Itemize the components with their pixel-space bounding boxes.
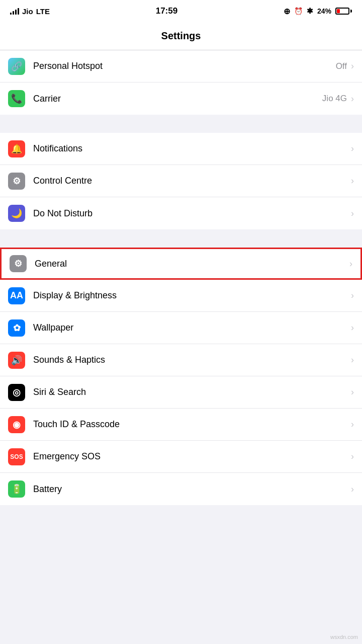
- personal-hotspot-label: Personal Hotspot: [33, 61, 336, 71]
- personal-hotspot-chevron: ›: [351, 61, 354, 71]
- settings-content: 🔗Personal HotspotOff›📞CarrierJio 4G›🔔Not…: [0, 50, 362, 505]
- notifications-chevron: ›: [351, 143, 354, 154]
- control-centre-chevron: ›: [351, 176, 354, 186]
- settings-cell-battery[interactable]: 🔋Battery›: [0, 473, 362, 505]
- sounds-haptics-icon: 🔊: [8, 352, 25, 369]
- wallpaper-chevron: ›: [351, 323, 354, 333]
- settings-cell-emergency-sos[interactable]: SOSEmergency SOS›: [0, 441, 362, 473]
- page-title: Settings: [161, 30, 201, 42]
- emergency-sos-label: Emergency SOS: [33, 451, 351, 462]
- status-bar: Jio LTE 17:59 ⊕ ⏰ ✱ 24%: [0, 0, 362, 22]
- sounds-haptics-chevron: ›: [351, 355, 354, 365]
- wallpaper-icon: ✿: [8, 319, 25, 337]
- wallpaper-label: Wallpaper: [33, 323, 351, 333]
- carrier-value: Jio 4G: [322, 94, 347, 104]
- settings-cell-display-brightness[interactable]: AADisplay & Brightness›: [0, 280, 362, 312]
- emergency-sos-icon: SOS: [8, 448, 25, 465]
- settings-cell-siri-search[interactable]: ◎Siri & Search›: [0, 376, 362, 409]
- touch-id-label: Touch ID & Passcode: [33, 419, 351, 430]
- time-label: 17:59: [156, 6, 177, 16]
- display-brightness-chevron: ›: [351, 290, 354, 301]
- carrier-label: Carrier: [33, 94, 322, 104]
- settings-cell-carrier[interactable]: 📞CarrierJio 4G›: [0, 83, 362, 115]
- settings-group: 🔔Notifications›⚙Control Centre›🌙Do Not D…: [0, 133, 362, 229]
- battery-label: Battery: [33, 484, 351, 495]
- settings-cell-wallpaper[interactable]: ✿Wallpaper›: [0, 312, 362, 344]
- settings-cell-general[interactable]: ⚙General›: [0, 248, 362, 280]
- battery-icon: [335, 8, 352, 15]
- notifications-icon: 🔔: [8, 140, 25, 157]
- alarm-icon: ⏰: [294, 7, 303, 15]
- battery-icon: 🔋: [8, 480, 25, 498]
- bluetooth-icon: ✱: [307, 7, 313, 16]
- touch-id-chevron: ›: [351, 419, 354, 430]
- network-label: LTE: [36, 7, 50, 16]
- personal-hotspot-value: Off: [336, 61, 347, 71]
- battery-chevron: ›: [351, 484, 354, 495]
- status-right: ⊕ ⏰ ✱ 24%: [284, 7, 352, 16]
- group-separator: [0, 229, 362, 248]
- watermark: wsxdn.com: [330, 634, 358, 640]
- personal-hotspot-icon: 🔗: [8, 58, 25, 75]
- display-brightness-label: Display & Brightness: [33, 290, 351, 301]
- settings-cell-notifications[interactable]: 🔔Notifications›: [0, 133, 362, 165]
- control-centre-icon: ⚙: [8, 173, 25, 190]
- battery-percent: 24%: [317, 7, 331, 15]
- general-icon: ⚙: [10, 255, 27, 272]
- siri-search-label: Siri & Search: [33, 387, 351, 397]
- settings-cell-control-centre[interactable]: ⚙Control Centre›: [0, 165, 362, 197]
- notifications-label: Notifications: [33, 143, 351, 154]
- siri-search-icon: ◎: [8, 384, 25, 401]
- general-chevron: ›: [349, 259, 352, 269]
- do-not-disturb-chevron: ›: [351, 208, 354, 219]
- settings-group: 🔗Personal HotspotOff›📞CarrierJio 4G›: [0, 50, 362, 115]
- touch-id-icon: ◉: [8, 416, 25, 433]
- location-icon: ⊕: [284, 7, 290, 16]
- group-separator: [0, 115, 362, 133]
- display-brightness-icon: AA: [8, 287, 25, 304]
- sounds-haptics-label: Sounds & Haptics: [33, 355, 351, 365]
- settings-cell-touch-id[interactable]: ◉Touch ID & Passcode›: [0, 409, 362, 441]
- emergency-sos-chevron: ›: [351, 451, 354, 462]
- nav-bar: Settings: [0, 22, 362, 50]
- settings-cell-personal-hotspot[interactable]: 🔗Personal HotspotOff›: [0, 50, 362, 83]
- signal-icon: [10, 8, 19, 15]
- control-centre-label: Control Centre: [33, 176, 351, 186]
- siri-search-chevron: ›: [351, 387, 354, 397]
- do-not-disturb-icon: 🌙: [8, 205, 25, 222]
- do-not-disturb-label: Do Not Disturb: [33, 208, 351, 219]
- carrier-chevron: ›: [351, 94, 354, 104]
- carrier-icon: 📞: [8, 90, 25, 107]
- settings-cell-do-not-disturb[interactable]: 🌙Do Not Disturb›: [0, 197, 362, 229]
- general-label: General: [35, 259, 349, 269]
- status-left: Jio LTE: [10, 7, 50, 16]
- settings-cell-sounds-haptics[interactable]: 🔊Sounds & Haptics›: [0, 344, 362, 376]
- settings-group: ⚙General›AADisplay & Brightness›✿Wallpap…: [0, 248, 362, 505]
- carrier-label: Jio: [22, 7, 33, 16]
